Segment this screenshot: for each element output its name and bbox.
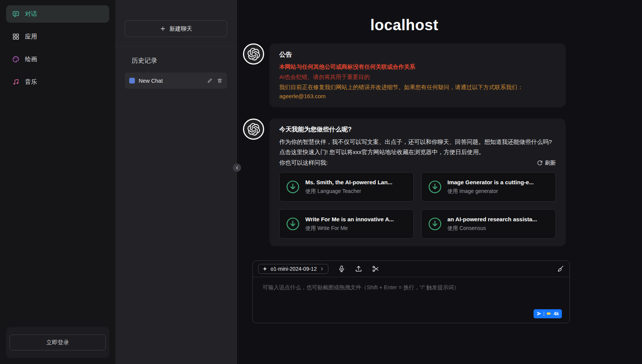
token-badge: 4k xyxy=(554,311,559,316)
circle-arrow-down-icon xyxy=(428,217,442,231)
suggestion-text: Write For Me is an innovative A... 使用 Wr… xyxy=(305,216,394,232)
suggestion-grid: Ms. Smith, the AI-powered Lan... 使用 Lang… xyxy=(279,172,556,239)
announcement-heading: 公告 xyxy=(279,50,556,59)
announcement-line: 我们目前正在修复我们网站上的错误并改进细节。如果您有任何疑问，请通过以下方式联系… xyxy=(279,83,556,91)
message-input[interactable] xyxy=(263,284,560,307)
openai-logo-icon xyxy=(248,48,260,60)
ask-row: 你也可以这样问我: 刷新 xyxy=(279,159,556,167)
openai-logo-icon xyxy=(248,123,260,136)
sidebar-item-music[interactable]: 音乐 xyxy=(6,73,109,91)
model-label: o1-mini-2024-09-12 xyxy=(271,266,317,272)
suggestion-text: Image Generator is a cutting-e... 使用 ima… xyxy=(447,179,534,195)
chat-list-header: 新建聊天 xyxy=(115,0,237,46)
upload-icon[interactable] xyxy=(354,265,362,273)
sidebar-item-label: 音乐 xyxy=(25,78,37,86)
refresh-label: 刷新 xyxy=(545,159,556,167)
pill-divider xyxy=(544,312,544,316)
suggestion-card[interactable]: Ms. Smith, the AI-powered Lan... 使用 Lang… xyxy=(279,172,414,202)
plus-icon xyxy=(160,26,166,32)
suggestion-title: an AI-powered research assista... xyxy=(447,216,537,222)
composer-input-area: 4k xyxy=(253,277,569,323)
microphone-icon[interactable] xyxy=(337,265,345,273)
chat-main: localhost 公告 本网站与任何其他公司或商标没有任何关联或合作关系 AI… xyxy=(237,0,642,364)
sidebar-item-label: 绘画 xyxy=(25,56,37,63)
grid-icon xyxy=(12,33,20,40)
composer: o1-mini-2024-09-12 xyxy=(252,261,570,323)
circle-arrow-down-icon xyxy=(286,217,300,231)
app-root: 对话 应用 绘画 xyxy=(0,0,642,364)
suggestion-subtitle: 使用 image generator xyxy=(447,188,534,195)
suggestion-text: Ms. Smith, the AI-powered Lan... 使用 Lang… xyxy=(305,179,392,195)
refresh-button[interactable]: 刷新 xyxy=(537,159,556,167)
chat-bubble-icon xyxy=(12,10,20,18)
suggestion-subtitle: 使用 Write For Me xyxy=(305,225,394,232)
message-welcome: 今天我能为您做些什么呢? 作为你的智慧伙伴，我不仅可以写文案、出点子，还可以和你… xyxy=(243,119,566,246)
history-title: 历史记录 xyxy=(125,56,227,65)
announcement-line: 本网站与任何其他公司或商标没有任何关联或合作关系 xyxy=(279,63,556,71)
suggestion-card[interactable]: Image Generator is a cutting-e... 使用 ima… xyxy=(421,172,556,202)
send-plane-icon xyxy=(537,311,541,316)
sidebar-item-drawing[interactable]: 绘画 xyxy=(6,51,109,68)
send-button[interactable]: 4k xyxy=(534,309,562,318)
history-section: 历史记录 New Chat xyxy=(115,46,237,89)
suggestion-subtitle: 使用 Consensus xyxy=(447,225,537,232)
scissors-icon[interactable] xyxy=(371,265,379,273)
chat-list-panel: 新建聊天 历史记录 New Chat xyxy=(115,0,237,364)
music-note-icon xyxy=(12,78,20,86)
suggestion-title: Write For Me is an innovative A... xyxy=(305,216,394,222)
suggestion-text: an AI-powered research assista... 使用 Con… xyxy=(447,216,537,232)
message-announcement: 公告 本网站与任何其他公司或商标没有任何关联或合作关系 AI也会犯错。请勿将其用… xyxy=(243,43,566,107)
sparkle-icon xyxy=(262,266,268,271)
collapse-sidebar-button[interactable] xyxy=(233,163,241,172)
assistant-avatar xyxy=(243,119,264,140)
palette-icon xyxy=(12,56,20,63)
announcement-line: AI也会犯错。请勿将其用于重要目的 xyxy=(279,73,556,81)
circle-arrow-down-icon xyxy=(286,180,300,194)
sidebar-item-apps[interactable]: 应用 xyxy=(6,28,109,45)
model-selector[interactable]: o1-mini-2024-09-12 xyxy=(258,264,328,274)
token-battery-icon xyxy=(546,311,551,316)
sidebar-item-chat[interactable]: 对话 xyxy=(6,5,109,23)
sidebar-item-label: 应用 xyxy=(25,33,37,41)
welcome-heading: 今天我能为您做些什么呢? xyxy=(279,125,556,134)
page-title: localhost xyxy=(243,17,566,34)
suggestion-title: Ms. Smith, the AI-powered Lan... xyxy=(305,179,392,185)
chat-color-swatch-icon xyxy=(129,78,135,83)
refresh-icon xyxy=(537,160,543,166)
chat-item-title: New Chat xyxy=(139,78,203,84)
chat-history-item[interactable]: New Chat xyxy=(125,72,227,89)
composer-toolbar: o1-mini-2024-09-12 xyxy=(253,261,569,277)
sidebar: 对话 应用 绘画 xyxy=(0,0,115,364)
suggestion-card[interactable]: an AI-powered research assista... 使用 Con… xyxy=(421,209,556,239)
assistant-avatar xyxy=(243,43,264,65)
new-chat-label: 新建聊天 xyxy=(170,25,192,32)
suggestion-subtitle: 使用 Language Teacher xyxy=(305,188,392,195)
login-button[interactable]: 立即登录 xyxy=(9,335,106,350)
circle-arrow-down-icon xyxy=(428,180,442,194)
welcome-bubble: 今天我能为您做些什么呢? 作为你的智慧伙伴，我不仅可以写文案、出点子，还可以和你… xyxy=(269,119,566,246)
sidebar-item-label: 对话 xyxy=(25,10,37,18)
clear-context-broom-icon[interactable] xyxy=(556,265,564,273)
suggestion-title: Image Generator is a cutting-e... xyxy=(447,179,534,185)
contact-email-link[interactable]: ageerle@163.com xyxy=(279,93,326,99)
suggestion-card[interactable]: Write For Me is an innovative A... 使用 Wr… xyxy=(279,209,414,239)
announcement-bubble: 公告 本网站与任何其他公司或商标没有任何关联或合作关系 AI也会犯错。请勿将其用… xyxy=(269,43,566,107)
new-chat-button[interactable]: 新建聊天 xyxy=(125,20,227,37)
welcome-body: 作为你的智慧伙伴，我不仅可以写文案、出点子，还可以和你聊天、回答问题。想知道我还… xyxy=(279,137,556,157)
ask-hint: 你也可以这样问我: xyxy=(279,159,328,167)
login-panel: 立即登录 xyxy=(6,327,109,358)
chevron-right-icon xyxy=(320,267,324,271)
trash-icon[interactable] xyxy=(217,78,223,84)
edit-icon[interactable] xyxy=(207,78,213,84)
chevron-left-icon xyxy=(235,165,240,170)
